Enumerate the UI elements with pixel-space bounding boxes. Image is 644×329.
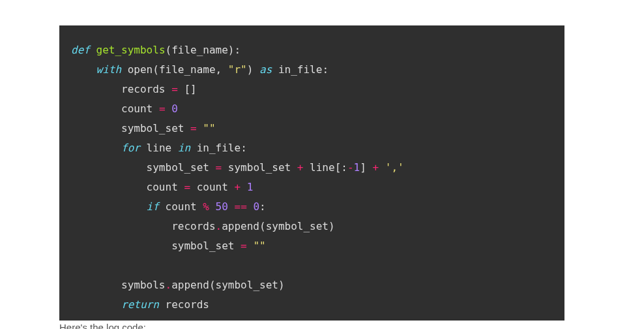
code-token <box>71 102 121 115</box>
code-line: symbol_set = "" <box>71 236 553 256</box>
code-token <box>209 200 216 213</box>
code-token <box>71 279 121 291</box>
code-token: ) <box>329 220 335 232</box>
code-token: count <box>166 200 197 213</box>
code-token: 1 <box>247 181 254 193</box>
code-token <box>303 161 310 174</box>
code-token: . <box>166 279 172 291</box>
code-token: symbol_set <box>216 279 278 291</box>
code-line: if count % 50 == 0: <box>71 197 553 217</box>
code-token: get_symbols <box>96 44 166 56</box>
code-token: + <box>297 161 304 174</box>
code-token: [ <box>335 161 342 174</box>
code-token: ) <box>228 44 235 56</box>
code-token: in_file <box>278 63 322 76</box>
code-block: def get_symbols(file_name): with open(fi… <box>59 25 564 321</box>
code-token: = <box>184 181 190 193</box>
code-token: records <box>171 220 215 232</box>
code-token <box>71 181 147 193</box>
code-token: : <box>322 63 329 76</box>
code-token <box>228 181 235 193</box>
code-token: symbols <box>121 279 165 291</box>
code-token: symbol_set <box>121 122 184 134</box>
code-token <box>159 298 166 311</box>
code-token: file_name <box>159 63 216 76</box>
code-token: symbol_set <box>228 161 291 174</box>
code-token: = <box>241 240 247 252</box>
code-token: return <box>121 298 159 311</box>
code-token <box>121 63 128 76</box>
code-token <box>71 63 96 76</box>
code-token: [] <box>184 83 196 95</box>
code-token <box>247 200 254 213</box>
code-line: symbols.append(symbol_set) <box>71 275 553 295</box>
code-token: % <box>203 200 209 213</box>
page: def get_symbols(file_name): with open(fi… <box>0 0 644 329</box>
code-token: open <box>128 63 153 76</box>
code-token <box>197 122 203 134</box>
code-token: as <box>259 63 272 76</box>
code-token: 0 <box>171 102 178 115</box>
code-token <box>71 142 121 154</box>
code-token: ) <box>278 279 285 291</box>
code-token <box>166 83 172 95</box>
code-token: : <box>341 161 347 174</box>
code-token <box>190 181 197 193</box>
code-token: . <box>216 220 222 232</box>
code-line: records.append(symbol_set) <box>71 217 553 236</box>
code-line: count = count + 1 <box>71 178 553 197</box>
code-token <box>234 240 241 252</box>
code-token: symbol_set <box>266 220 329 232</box>
code-line: return records <box>71 295 553 315</box>
code-token <box>222 161 228 174</box>
code-token <box>253 63 259 76</box>
code-token: append <box>222 220 259 232</box>
code-token <box>159 200 166 213</box>
code-line: symbol_set = "" <box>71 119 553 138</box>
code-token: records <box>121 83 165 95</box>
code-line <box>71 256 553 275</box>
code-token: ( <box>166 44 172 56</box>
code-token: line <box>147 142 172 154</box>
code-token: in <box>178 142 190 154</box>
code-token <box>166 102 172 115</box>
code-token: "" <box>203 122 215 134</box>
code-token <box>71 200 147 213</box>
code-token <box>272 63 278 76</box>
code-token <box>71 83 121 95</box>
code-token: line <box>310 161 335 174</box>
code-token <box>90 44 96 56</box>
code-token <box>247 240 254 252</box>
code-token: with <box>96 63 122 76</box>
code-line: with open(file_name, "r") as in_file: <box>71 60 553 80</box>
code-token: def <box>71 44 90 56</box>
code-token: ( <box>153 63 159 76</box>
code-token <box>209 161 216 174</box>
code-token: = <box>216 161 222 174</box>
code-token <box>71 240 171 252</box>
code-token <box>178 181 184 193</box>
code-token <box>140 142 147 154</box>
code-token <box>190 142 197 154</box>
code-token: count <box>197 181 228 193</box>
code-token: : <box>235 44 241 56</box>
code-token: ( <box>259 220 266 232</box>
code-token <box>71 298 121 311</box>
code-token: 1 <box>354 161 360 174</box>
code-line: def get_symbols(file_name): <box>71 40 553 60</box>
code-token: ] <box>360 161 366 174</box>
code-token <box>71 220 171 232</box>
code-token <box>184 122 190 134</box>
code-token: count <box>121 102 153 115</box>
code-token: - <box>347 161 354 174</box>
code-line: symbol_set = symbol_set + line[:-1] + ',… <box>71 158 553 178</box>
code-token <box>171 142 178 154</box>
code-token: append <box>171 279 209 291</box>
code-token: = <box>190 122 197 134</box>
code-token: symbol_set <box>171 240 234 252</box>
code-token: file_name <box>171 44 228 56</box>
code-token <box>71 122 121 134</box>
code-token <box>379 161 385 174</box>
code-token <box>178 83 184 95</box>
code-token: == <box>235 200 247 213</box>
